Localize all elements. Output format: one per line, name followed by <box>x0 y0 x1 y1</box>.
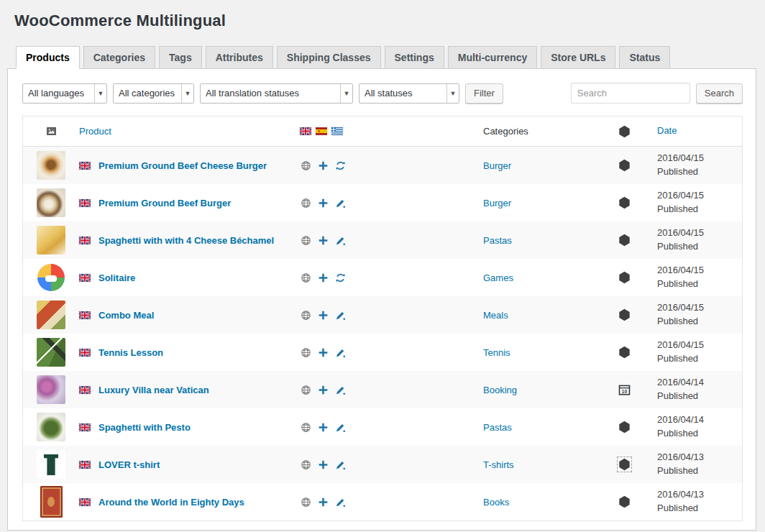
product-name-link[interactable]: Combo Meal <box>99 310 154 321</box>
publish-status: Published <box>657 390 742 403</box>
tab-attributes[interactable]: Attributes <box>206 46 273 69</box>
product-thumbnail <box>37 450 65 479</box>
sort-by-product-header[interactable]: Product <box>79 126 111 137</box>
product-hexagon-icon <box>618 308 631 321</box>
category-filter-select[interactable]: All categories <box>113 83 194 104</box>
tab-categories[interactable]: Categories <box>83 46 155 69</box>
update-translation-icon[interactable] <box>334 272 346 283</box>
publish-status: Published <box>657 464 742 478</box>
edit-translation-icon[interactable] <box>334 309 346 321</box>
table-row: Premium Ground Beef Cheese BurgerBurger2… <box>23 147 742 184</box>
edit-translation-icon[interactable] <box>334 197 346 208</box>
translation-status-filter-wrap: All translation statuses ▼ <box>200 83 353 104</box>
publish-status: Published <box>657 165 742 179</box>
row-language-flag-en-icon <box>79 498 91 506</box>
original-language-globe-icon <box>300 272 311 283</box>
table-row: Combo MealMeals2016/04/15Published <box>23 296 742 334</box>
translation-status-filter-select[interactable]: All translation statuses <box>200 83 353 104</box>
product-name-link[interactable]: LOVER t-shirt <box>99 459 160 470</box>
edit-translation-icon[interactable] <box>334 234 346 246</box>
search-button[interactable]: Search <box>696 83 743 104</box>
add-translation-icon[interactable] <box>317 459 329 470</box>
tab-tags[interactable]: Tags <box>159 46 202 69</box>
date-value: 2016/04/14 <box>657 376 742 390</box>
add-translation-icon[interactable] <box>317 347 329 358</box>
category-link[interactable]: Booking <box>483 385 517 395</box>
add-translation-icon[interactable] <box>317 496 329 508</box>
product-name-link[interactable]: Around the World in Eighty Days <box>99 497 244 508</box>
tab-bar: ProductsCategoriesTagsAttributesShipping… <box>7 46 756 68</box>
date-value: 2016/04/15 <box>657 226 742 240</box>
tab-store-urls[interactable]: Store URLs <box>541 46 615 69</box>
original-language-globe-icon <box>300 384 311 395</box>
status-filter-select[interactable]: All statuses <box>359 83 459 104</box>
category-link[interactable]: Pastas <box>483 235 512 246</box>
category-link[interactable]: Books <box>483 497 509 508</box>
publish-status: Published <box>657 315 742 329</box>
original-language-globe-icon <box>300 197 311 208</box>
flag-es-icon <box>316 127 327 135</box>
search-input[interactable] <box>571 83 690 104</box>
category-link[interactable]: Burger <box>483 160 511 171</box>
edit-translation-icon[interactable] <box>334 384 346 395</box>
product-name-link[interactable]: Spaghetti with Pesto <box>99 422 191 433</box>
table-row: Spaghetti with PestoPastas2016/04/14Publ… <box>23 408 742 446</box>
row-language-flag-en-icon <box>79 386 91 394</box>
edit-translation-icon[interactable] <box>334 496 346 508</box>
table-row: LOVER t-shirtT-shirts2016/04/13Published <box>23 446 742 483</box>
product-hexagon-icon <box>618 421 631 434</box>
edit-translation-icon[interactable] <box>334 459 346 470</box>
category-link[interactable]: Pastas <box>483 422 512 433</box>
product-thumbnail <box>37 375 65 404</box>
product-name-link[interactable]: Premium Ground Beef Cheese Burger <box>99 160 267 171</box>
add-translation-icon[interactable] <box>317 384 329 395</box>
date-value: 2016/04/15 <box>657 189 742 203</box>
product-hexagon-icon <box>618 159 631 172</box>
original-language-globe-icon <box>300 309 311 321</box>
add-translation-icon[interactable] <box>317 197 329 208</box>
add-translation-icon[interactable] <box>317 234 329 246</box>
hexagon-icon <box>618 125 631 138</box>
product-name-link[interactable]: Solitaire <box>99 272 135 283</box>
publish-status: Published <box>657 502 742 515</box>
tab-multi-currency[interactable]: Multi-currency <box>448 46 537 69</box>
sort-by-date-header[interactable]: Date <box>657 125 677 136</box>
products-table-header: Product Categories Date <box>23 116 742 147</box>
tab-products[interactable]: Products <box>16 46 80 69</box>
row-language-flag-en-icon <box>79 274 91 282</box>
product-name-link[interactable]: Premium Ground Beef Burger <box>99 198 231 208</box>
product-name-link[interactable]: Tennis Lesson <box>99 347 163 358</box>
page-title: WooCommerce Multilingual <box>14 12 756 30</box>
add-translation-icon[interactable] <box>317 309 329 321</box>
category-link[interactable]: Meals <box>483 310 508 321</box>
update-translation-icon[interactable] <box>334 160 346 171</box>
original-language-globe-icon <box>300 421 311 433</box>
add-translation-icon[interactable] <box>317 421 329 433</box>
product-thumbnail <box>37 188 65 217</box>
category-filter-wrap: All categories ▼ <box>113 83 194 104</box>
product-hexagon-icon <box>618 495 631 508</box>
table-row: Premium Ground Beef BurgerBurger2016/04/… <box>23 184 742 221</box>
product-thumbnail <box>37 338 65 367</box>
product-hexagon-icon <box>618 346 631 359</box>
category-link[interactable]: Tennis <box>483 347 510 358</box>
product-name-link[interactable]: Luxury Villa near Vatican <box>99 385 209 395</box>
original-language-globe-icon <box>300 160 311 171</box>
original-language-globe-icon <box>300 496 311 508</box>
add-translation-icon[interactable] <box>317 272 329 283</box>
category-link[interactable]: Burger <box>483 198 511 208</box>
edit-translation-icon[interactable] <box>334 421 346 433</box>
edit-translation-icon[interactable] <box>334 347 346 358</box>
publish-status: Published <box>657 352 742 366</box>
product-hexagon-icon <box>618 234 631 247</box>
category-link[interactable]: Games <box>483 272 513 283</box>
filter-button[interactable]: Filter <box>465 83 503 104</box>
tab-settings[interactable]: Settings <box>385 46 444 69</box>
language-filter-wrap: All languages ▼ <box>22 83 107 104</box>
tab-status[interactable]: Status <box>619 46 670 69</box>
category-link[interactable]: T-shirts <box>483 459 514 470</box>
tab-shipping-classes[interactable]: Shipping Classes <box>277 46 381 69</box>
language-filter-select[interactable]: All languages <box>22 83 107 104</box>
add-translation-icon[interactable] <box>317 160 329 171</box>
product-name-link[interactable]: Spaghetti with with 4 Cheese Béchamel <box>99 235 274 246</box>
